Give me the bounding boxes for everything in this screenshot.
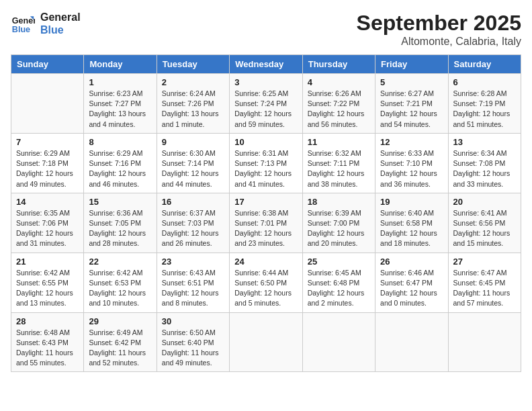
day-number: 13: [453, 137, 516, 147]
day-header-saturday: Saturday: [448, 55, 521, 74]
logo-general: General: [40, 11, 81, 24]
day-number: 9: [162, 137, 224, 147]
cell-info: Sunrise: 6:34 AM Sunset: 7:08 PM Dayligh…: [453, 148, 516, 189]
cell-info: Sunrise: 6:48 AM Sunset: 6:43 PM Dayligh…: [16, 328, 79, 369]
day-number: 15: [89, 197, 151, 207]
day-number: 28: [16, 316, 79, 326]
day-number: 3: [234, 77, 297, 87]
calendar-cell: 10Sunrise: 6:31 AM Sunset: 7:13 PM Dayli…: [230, 133, 302, 193]
day-number: 11: [308, 137, 370, 147]
calendar-cell: 15Sunrise: 6:36 AM Sunset: 7:05 PM Dayli…: [84, 193, 157, 253]
calendar-cell: 16Sunrise: 6:37 AM Sunset: 7:03 PM Dayli…: [157, 193, 229, 253]
calendar-cell: 5Sunrise: 6:27 AM Sunset: 7:21 PM Daylig…: [375, 74, 448, 134]
calendar-cell: 14Sunrise: 6:35 AM Sunset: 7:06 PM Dayli…: [11, 193, 84, 253]
cell-info: Sunrise: 6:28 AM Sunset: 7:19 PM Dayligh…: [453, 89, 516, 130]
cell-info: Sunrise: 6:24 AM Sunset: 7:26 PM Dayligh…: [162, 89, 224, 130]
day-header-friday: Friday: [375, 55, 448, 74]
calendar-cell: 3Sunrise: 6:25 AM Sunset: 7:24 PM Daylig…: [230, 74, 302, 134]
calendar-cell: [11, 74, 84, 134]
calendar-cell: 18Sunrise: 6:39 AM Sunset: 7:00 PM Dayli…: [302, 193, 375, 253]
day-number: 19: [380, 197, 443, 207]
calendar-cell: 22Sunrise: 6:42 AM Sunset: 6:53 PM Dayli…: [84, 253, 157, 312]
cell-info: Sunrise: 6:40 AM Sunset: 6:58 PM Dayligh…: [380, 208, 443, 249]
cell-info: Sunrise: 6:23 AM Sunset: 7:27 PM Dayligh…: [89, 89, 151, 130]
cell-info: Sunrise: 6:26 AM Sunset: 7:22 PM Dayligh…: [308, 89, 370, 130]
day-number: 2: [162, 77, 224, 87]
cell-info: Sunrise: 6:44 AM Sunset: 6:50 PM Dayligh…: [234, 268, 297, 309]
calendar-cell: 6Sunrise: 6:28 AM Sunset: 7:19 PM Daylig…: [448, 74, 521, 134]
calendar-cell: 23Sunrise: 6:43 AM Sunset: 6:51 PM Dayli…: [157, 253, 229, 312]
day-number: 17: [234, 197, 297, 207]
calendar-cell: [375, 312, 448, 372]
cell-info: Sunrise: 6:33 AM Sunset: 7:10 PM Dayligh…: [380, 148, 443, 189]
cell-info: Sunrise: 6:47 AM Sunset: 6:45 PM Dayligh…: [453, 268, 516, 309]
cell-info: Sunrise: 6:36 AM Sunset: 7:05 PM Dayligh…: [89, 208, 151, 249]
calendar-cell: 30Sunrise: 6:50 AM Sunset: 6:40 PM Dayli…: [157, 312, 229, 372]
logo: General Blue General Blue: [11, 11, 81, 36]
calendar-cell: 20Sunrise: 6:41 AM Sunset: 6:56 PM Dayli…: [448, 193, 521, 253]
calendar-week-2: 7Sunrise: 6:29 AM Sunset: 7:18 PM Daylig…: [11, 133, 521, 193]
calendar-cell: 29Sunrise: 6:49 AM Sunset: 6:42 PM Dayli…: [84, 312, 157, 372]
day-number: 21: [16, 257, 79, 267]
calendar-cell: [448, 312, 521, 372]
cell-info: Sunrise: 6:35 AM Sunset: 7:06 PM Dayligh…: [16, 208, 79, 249]
day-number: 8: [89, 137, 151, 147]
calendar-cell: 28Sunrise: 6:48 AM Sunset: 6:43 PM Dayli…: [11, 312, 84, 372]
day-number: 12: [380, 137, 443, 147]
day-header-sunday: Sunday: [11, 55, 84, 74]
day-number: 5: [380, 77, 443, 87]
cell-info: Sunrise: 6:29 AM Sunset: 7:16 PM Dayligh…: [89, 148, 151, 189]
cell-info: Sunrise: 6:27 AM Sunset: 7:21 PM Dayligh…: [380, 89, 443, 130]
cell-info: Sunrise: 6:37 AM Sunset: 7:03 PM Dayligh…: [162, 208, 224, 249]
day-number: 14: [16, 197, 79, 207]
day-number: 25: [308, 257, 370, 267]
day-number: 1: [89, 77, 151, 87]
title-block: September 2025 Altomonte, Calabria, Ital…: [357, 11, 521, 48]
cell-info: Sunrise: 6:38 AM Sunset: 7:01 PM Dayligh…: [234, 208, 297, 249]
calendar-cell: 1Sunrise: 6:23 AM Sunset: 7:27 PM Daylig…: [84, 74, 157, 134]
cell-info: Sunrise: 6:45 AM Sunset: 6:48 PM Dayligh…: [308, 268, 370, 309]
cell-info: Sunrise: 6:42 AM Sunset: 6:55 PM Dayligh…: [16, 268, 79, 309]
month-title: September 2025: [357, 11, 521, 36]
logo-icon: General Blue: [11, 11, 35, 36]
cell-info: Sunrise: 6:50 AM Sunset: 6:40 PM Dayligh…: [162, 328, 224, 369]
day-number: 30: [162, 316, 224, 326]
day-number: 4: [308, 77, 370, 87]
calendar-cell: 9Sunrise: 6:30 AM Sunset: 7:14 PM Daylig…: [157, 133, 229, 193]
day-number: 24: [234, 257, 297, 267]
cell-info: Sunrise: 6:29 AM Sunset: 7:18 PM Dayligh…: [16, 148, 79, 189]
calendar-cell: 26Sunrise: 6:46 AM Sunset: 6:47 PM Dayli…: [375, 253, 448, 312]
calendar-week-3: 14Sunrise: 6:35 AM Sunset: 7:06 PM Dayli…: [11, 193, 521, 253]
logo-blue: Blue: [40, 24, 81, 36]
cell-info: Sunrise: 6:46 AM Sunset: 6:47 PM Dayligh…: [380, 268, 443, 309]
day-number: 29: [89, 316, 151, 326]
calendar-body: 1Sunrise: 6:23 AM Sunset: 7:27 PM Daylig…: [11, 74, 521, 372]
calendar-cell: 27Sunrise: 6:47 AM Sunset: 6:45 PM Dayli…: [448, 253, 521, 312]
calendar-week-4: 21Sunrise: 6:42 AM Sunset: 6:55 PM Dayli…: [11, 253, 521, 312]
calendar-header-row: SundayMondayTuesdayWednesdayThursdayFrid…: [11, 55, 521, 74]
svg-text:Blue: Blue: [12, 25, 30, 34]
calendar-cell: 13Sunrise: 6:34 AM Sunset: 7:08 PM Dayli…: [448, 133, 521, 193]
calendar-cell: 7Sunrise: 6:29 AM Sunset: 7:18 PM Daylig…: [11, 133, 84, 193]
day-number: 23: [162, 257, 224, 267]
day-number: 10: [234, 137, 297, 147]
cell-info: Sunrise: 6:42 AM Sunset: 6:53 PM Dayligh…: [89, 268, 151, 309]
day-number: 18: [308, 197, 370, 207]
cell-info: Sunrise: 6:39 AM Sunset: 7:00 PM Dayligh…: [308, 208, 370, 249]
day-number: 20: [453, 197, 516, 207]
calendar-cell: 24Sunrise: 6:44 AM Sunset: 6:50 PM Dayli…: [230, 253, 302, 312]
calendar-cell: 17Sunrise: 6:38 AM Sunset: 7:01 PM Dayli…: [230, 193, 302, 253]
calendar-week-1: 1Sunrise: 6:23 AM Sunset: 7:27 PM Daylig…: [11, 74, 521, 134]
day-number: 6: [453, 77, 516, 87]
day-number: 7: [16, 137, 79, 147]
calendar-cell: 21Sunrise: 6:42 AM Sunset: 6:55 PM Dayli…: [11, 253, 84, 312]
day-header-wednesday: Wednesday: [230, 55, 302, 74]
calendar-cell: 25Sunrise: 6:45 AM Sunset: 6:48 PM Dayli…: [302, 253, 375, 312]
cell-info: Sunrise: 6:31 AM Sunset: 7:13 PM Dayligh…: [234, 148, 297, 189]
calendar-week-5: 28Sunrise: 6:48 AM Sunset: 6:43 PM Dayli…: [11, 312, 521, 372]
cell-info: Sunrise: 6:41 AM Sunset: 6:56 PM Dayligh…: [453, 208, 516, 249]
cell-info: Sunrise: 6:25 AM Sunset: 7:24 PM Dayligh…: [234, 89, 297, 130]
calendar-cell: 12Sunrise: 6:33 AM Sunset: 7:10 PM Dayli…: [375, 133, 448, 193]
cell-info: Sunrise: 6:32 AM Sunset: 7:11 PM Dayligh…: [308, 148, 370, 189]
cell-info: Sunrise: 6:43 AM Sunset: 6:51 PM Dayligh…: [162, 268, 224, 309]
